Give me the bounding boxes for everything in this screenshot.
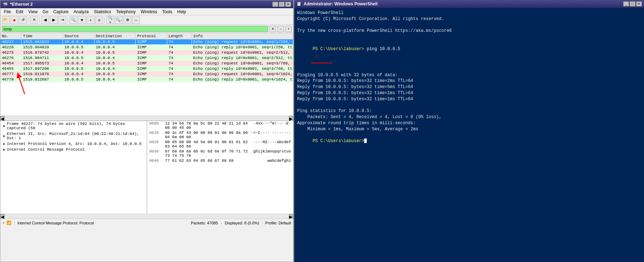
menu-view[interactable]: View bbox=[26, 9, 40, 15]
toolbar-forward[interactable]: ▶ bbox=[50, 16, 58, 24]
horizontal-scrollbar[interactable]: ◀ ▶ bbox=[0, 116, 293, 121]
table-row[interactable]: 462271515.96283310.0.0.410.0.0.5ICMP74Ec… bbox=[0, 39, 293, 45]
toolbar-mark[interactable]: ▼ bbox=[78, 16, 86, 24]
menu-go[interactable]: Go bbox=[40, 9, 50, 15]
hex-panel: 000012 34 56 78 9a bc 00 22 48 21 1d 84 … bbox=[147, 121, 293, 214]
ps-content[interactable]: Windows PowerShell Copyright (C) Microso… bbox=[294, 8, 644, 262]
filter-input[interactable] bbox=[2, 26, 268, 32]
table-row[interactable]: 467791519.01268710.0.0.510.0.0.4ICMP74Ec… bbox=[0, 77, 293, 82]
ps-maximize[interactable]: □ bbox=[630, 1, 635, 6]
scroll-left-2[interactable]: ◀ bbox=[0, 214, 5, 219]
col-source[interactable]: Source bbox=[63, 33, 94, 39]
table-row[interactable]: 462761516.98471110.0.0.510.0.0.4ICMP74Ec… bbox=[0, 55, 293, 61]
ps-close[interactable]: ✕ bbox=[636, 1, 642, 6]
maximize-button[interactable]: □ bbox=[279, 2, 285, 7]
status-profile: Profile: Default bbox=[265, 221, 291, 225]
table-row[interactable]: 462751516.97974210.0.0.410.0.0.5ICMP74Ec… bbox=[0, 50, 293, 55]
table-cell: ICMP bbox=[136, 61, 167, 66]
menu-edit[interactable]: Edit bbox=[14, 9, 25, 15]
detail-ip[interactable]: ▶ Internet Protocol Version 4, Src: 10.0… bbox=[0, 141, 147, 147]
scroll-track-2[interactable] bbox=[5, 214, 289, 219]
packet-table-container[interactable]: No. Time Source Destination Protocol Len… bbox=[0, 33, 293, 116]
hex-ascii: ·4Vx···"H!····E· bbox=[253, 121, 291, 130]
col-time[interactable]: Time bbox=[21, 33, 63, 39]
table-cell: 10.0.0.5 bbox=[94, 61, 136, 66]
ps-output-container: Pinging 10.0.0.5 with 32 bytes of data:R… bbox=[297, 72, 641, 132]
table-cell: 1516.979742 bbox=[21, 50, 63, 55]
menu-help[interactable]: Help bbox=[175, 9, 188, 15]
table-cell: 1519.012687 bbox=[21, 77, 63, 82]
menu-analyze[interactable]: Analyze bbox=[72, 9, 91, 15]
table-cell: 10.0.0.4 bbox=[94, 66, 136, 72]
filter-arrow-right[interactable]: → bbox=[277, 26, 284, 32]
col-length[interactable]: Length bbox=[167, 33, 192, 39]
expand-icon-ip: ▶ bbox=[3, 142, 5, 146]
table-cell: 1515.962833 bbox=[21, 39, 63, 45]
toolbar-back[interactable]: ◀ bbox=[41, 16, 49, 24]
col-info[interactable]: Info bbox=[192, 33, 293, 39]
toolbar-stop[interactable]: ■ bbox=[10, 16, 18, 24]
table-cell: Echo (ping) reply id=0x0001, seq=3/768, … bbox=[192, 66, 293, 72]
menu-statistics[interactable]: Statistics bbox=[92, 9, 113, 15]
table-row[interactable]: 467771519.01107610.0.0.410.0.0.5ICMP74Ec… bbox=[0, 72, 293, 77]
detail-icmp[interactable]: ▶ Internet Control Message Protocol bbox=[0, 147, 147, 152]
table-cell: 10.0.0.5 bbox=[94, 39, 136, 45]
toolbar-normal[interactable]: ⊕ bbox=[124, 16, 131, 24]
col-protocol[interactable]: Protocol bbox=[136, 33, 167, 39]
wireshark-toolbar: 📂 ■ ↺ ✕ ◀ ▶ ⇥ 🔍 ▼ + ≡ 🔍+ 🔍- ⊕ ↔ bbox=[0, 15, 293, 25]
toolbar-zoom-in[interactable]: 🔍+ bbox=[106, 16, 114, 24]
menu-capture[interactable]: Capture bbox=[51, 9, 71, 15]
detail-ethernet[interactable]: ▶ Ethernet II, Src: Microsof_21:1d:84 (0… bbox=[0, 131, 147, 141]
toolbar-restart[interactable]: ↺ bbox=[19, 16, 27, 24]
toolbar-close[interactable]: ✕ bbox=[30, 16, 38, 24]
ps-output-line: Reply from 10.0.0.5: bytes=32 time=1ms T… bbox=[297, 96, 641, 102]
menu-wireless[interactable]: Wireless bbox=[139, 9, 159, 15]
detail-ethernet-text: Ethernet II, Src: Microsof_21:1d:84 (00:… bbox=[7, 132, 144, 140]
toolbar-search[interactable]: 🔍 bbox=[69, 16, 77, 24]
scroll-right-2[interactable]: ▶ bbox=[289, 214, 293, 219]
filter-clear[interactable]: ✕ bbox=[270, 26, 276, 32]
hex-ascii: ····MZ····abcdef bbox=[253, 140, 291, 149]
toolbar-goto[interactable]: ⇥ bbox=[58, 16, 66, 24]
table-cell: 74 bbox=[167, 55, 192, 61]
toolbar-resize[interactable]: ↔ bbox=[132, 16, 140, 24]
table-cell: 46454 bbox=[0, 61, 21, 66]
expand-icon-eth: ▶ bbox=[3, 134, 5, 138]
detail-frame[interactable]: ▶ Frame 46227: 74 bytes on wire (592 bit… bbox=[0, 121, 147, 131]
table-cell: 1517.995573 bbox=[21, 61, 63, 66]
table-cell: ICMP bbox=[136, 66, 167, 72]
toolbar-open[interactable]: 📂 bbox=[2, 16, 10, 24]
scroll-left[interactable]: ◀ bbox=[0, 116, 5, 121]
bottom-scroll[interactable]: ◀ ▶ bbox=[0, 214, 293, 219]
table-cell: 74 bbox=[167, 50, 192, 55]
ps-output-line: Pinging 10.0.0.5 with 32 bytes of data: bbox=[297, 72, 641, 78]
toolbar-zoom-out[interactable]: 🔍- bbox=[115, 16, 123, 24]
expand-icon: ▶ bbox=[3, 124, 5, 128]
ps-output-line: Reply from 10.0.0.5: bytes=32 time=1ms T… bbox=[297, 90, 641, 96]
table-row[interactable]: 464551517.99720610.0.0.510.0.0.4ICMP74Ec… bbox=[0, 66, 293, 72]
minimize-button[interactable]: _ bbox=[272, 2, 278, 7]
status-message: Internet Control Message Protocol: Proto… bbox=[18, 221, 94, 225]
hex-row: 004077 61 62 63 64 65 66 67 68 69wabcdef… bbox=[147, 158, 293, 163]
col-no[interactable]: No. bbox=[0, 33, 21, 39]
scroll-right[interactable]: ▶ bbox=[289, 116, 293, 121]
menu-telephony[interactable]: Telephony bbox=[114, 9, 138, 15]
close-button[interactable]: ✕ bbox=[285, 2, 291, 7]
scroll-track[interactable] bbox=[5, 116, 289, 121]
toolbar-unmark[interactable]: + bbox=[87, 16, 95, 24]
toolbar-filter[interactable]: ≡ bbox=[95, 16, 103, 24]
table-row[interactable]: 462281515.96482910.0.0.510.0.0.4ICMP74Ec… bbox=[0, 45, 293, 50]
col-destination[interactable]: Destination bbox=[94, 33, 136, 39]
ps-output-line: Reply from 10.0.0.5: bytes=32 time=5ms T… bbox=[297, 84, 641, 90]
table-cell: 74 bbox=[167, 39, 192, 45]
ps-output-line: Approximate round trip times in milli-se… bbox=[297, 120, 641, 126]
menu-file[interactable]: File bbox=[2, 9, 13, 15]
ps-minimize[interactable]: _ bbox=[623, 1, 629, 6]
table-row[interactable]: 464541517.99557310.0.0.410.0.0.5ICMP74Ec… bbox=[0, 61, 293, 66]
ps-arrow-icon: ← bbox=[315, 53, 319, 59]
menu-tools[interactable]: Tools bbox=[160, 9, 174, 15]
table-cell: 74 bbox=[167, 61, 192, 66]
filter-add[interactable]: + bbox=[285, 26, 292, 32]
table-cell: Echo (ping) reply id=0x0001, seq=1/256, … bbox=[192, 45, 293, 50]
table-cell: 10.0.0.4 bbox=[63, 39, 94, 45]
